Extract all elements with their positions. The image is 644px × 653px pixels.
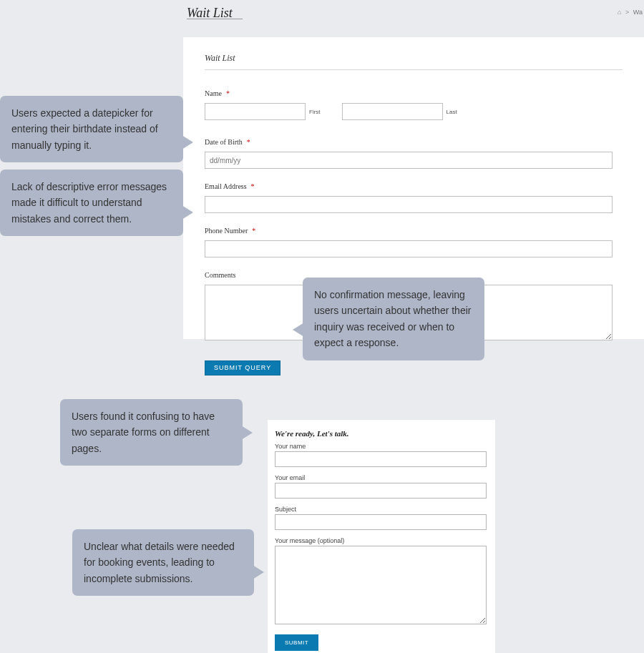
- callout-text: Lack of descriptive error messages made …: [11, 181, 167, 225]
- breadcrumb-separator: >: [625, 9, 629, 16]
- email-label: Email Address: [205, 182, 247, 190]
- callout-unclear-details: Unclear what details were needed for boo…: [72, 529, 254, 596]
- phone-input[interactable]: [205, 240, 613, 257]
- callout-arrow-icon: [182, 135, 193, 149]
- last-name-input[interactable]: [342, 103, 443, 120]
- title-underline: [187, 19, 243, 19]
- email-input[interactable]: [205, 196, 613, 213]
- contact-email-label: Your email: [275, 474, 488, 481]
- dob-input[interactable]: [205, 152, 613, 169]
- contact-submit-button[interactable]: SUBMIT: [275, 634, 318, 651]
- callout-arrow-icon: [182, 205, 193, 220]
- required-asterisk: *: [252, 227, 255, 235]
- required-asterisk: *: [247, 138, 250, 146]
- name-label: Name: [205, 89, 222, 97]
- breadcrumb: ⌂ > Wa: [618, 9, 643, 16]
- home-icon[interactable]: ⌂: [618, 9, 621, 16]
- contact-message-textarea[interactable]: [275, 546, 487, 624]
- required-asterisk: *: [226, 89, 230, 97]
- contact-form-title: We're ready, Let's talk.: [275, 429, 488, 438]
- callout-text: Unclear what details were needed for boo…: [84, 541, 235, 584]
- required-asterisk: *: [251, 182, 255, 190]
- contact-name-label: Your name: [275, 443, 488, 450]
- contact-name-input[interactable]: [275, 451, 487, 467]
- last-name-sublabel: Last: [447, 109, 457, 115]
- contact-subject-input[interactable]: [275, 514, 487, 530]
- form-divider: [205, 69, 623, 70]
- first-name-input[interactable]: [205, 103, 306, 120]
- callout-text: No confirmation message, leaving users u…: [314, 289, 471, 348]
- callout-arrow-icon: [293, 323, 304, 337]
- comments-label: Comments: [205, 271, 235, 279]
- waitlist-form-title: Wait List: [205, 53, 623, 64]
- callout-arrow-icon: [253, 565, 264, 579]
- callout-text: Users found it confusing to have two sep…: [72, 411, 215, 454]
- contact-subject-label: Subject: [275, 506, 488, 513]
- contact-email-input[interactable]: [275, 483, 487, 499]
- contact-message-label: Your message (optional): [275, 537, 488, 544]
- contact-form-card: We're ready, Let's talk. Your name Your …: [268, 420, 495, 653]
- callout-datepicker: Users expected a datepicker for entering…: [0, 96, 183, 162]
- callout-two-forms: Users found it confusing to have two sep…: [60, 399, 243, 466]
- callout-confirmation: No confirmation message, leaving users u…: [303, 278, 484, 360]
- callout-error-messages: Lack of descriptive error messages made …: [0, 170, 183, 236]
- callout-arrow-icon: [241, 426, 253, 440]
- breadcrumb-current: Wa: [633, 9, 643, 16]
- phone-label: Phone Number: [205, 227, 248, 235]
- callout-text: Users expected a datepicker for entering…: [11, 107, 158, 151]
- submit-query-button[interactable]: SUBMIT QUERY: [205, 360, 280, 375]
- first-name-sublabel: First: [309, 109, 321, 115]
- dob-label: Date of Birth: [205, 138, 243, 146]
